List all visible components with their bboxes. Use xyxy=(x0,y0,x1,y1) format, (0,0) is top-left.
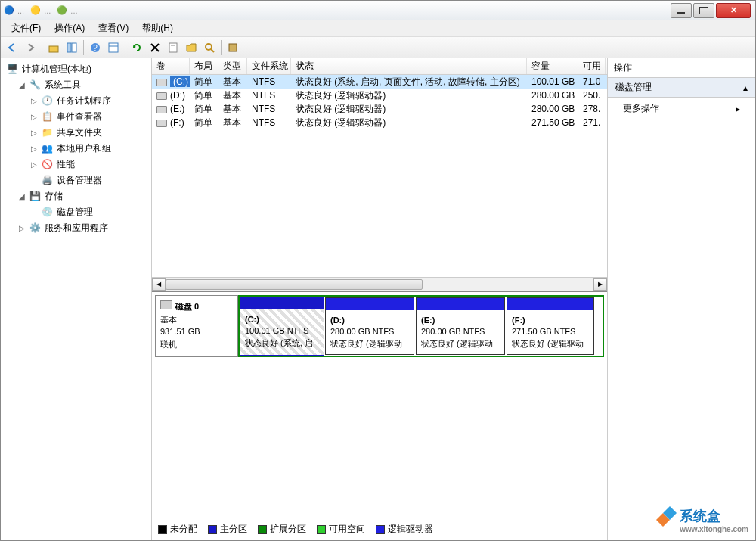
disk-type: 基本 xyxy=(160,313,233,326)
expand-icon[interactable]: ▷ xyxy=(19,224,26,232)
svg-point-9 xyxy=(206,44,212,50)
show-hide-tree-button[interactable] xyxy=(64,39,80,56)
scroll-thumb[interactable] xyxy=(166,279,423,290)
col-layout[interactable]: 布局 xyxy=(190,58,218,74)
partition-f[interactable]: (F:) 271.50 GB NTFS 状态良好 (逻辑驱动 xyxy=(507,297,594,355)
folder-icon[interactable] xyxy=(183,39,200,56)
tree-scheduler[interactable]: ▷🕐任务计划程序 xyxy=(28,93,148,109)
expand-icon[interactable]: ▷ xyxy=(31,145,39,153)
collapse-icon[interactable]: ◢ xyxy=(19,81,26,89)
tab-item[interactable]: 🟢 ... xyxy=(57,5,77,15)
col-fs[interactable]: 文件系统 xyxy=(247,58,291,74)
properties-icon[interactable] xyxy=(165,39,181,56)
tools-icon: 🔧 xyxy=(29,79,42,92)
disk-row[interactable]: 磁盘 0 基本 931.51 GB 联机 (C:) 100.01 GB NTFS… xyxy=(155,295,604,357)
scroll-left-button[interactable]: ◀ xyxy=(152,278,166,291)
tree-label: 任务计划程序 xyxy=(57,95,111,107)
tab-item[interactable]: 🔵 ... xyxy=(4,5,24,15)
svg-rect-2 xyxy=(72,43,76,52)
col-status[interactable]: 状态 xyxy=(291,58,527,74)
minimize-button[interactable] xyxy=(671,3,692,18)
partition-e[interactable]: (E:) 280.00 GB NTFS 状态良好 (逻辑驱动 xyxy=(416,297,505,355)
help-button[interactable]: ? xyxy=(87,39,104,56)
forward-button[interactable] xyxy=(22,39,39,56)
delete-icon[interactable] xyxy=(147,39,163,56)
expand-icon[interactable]: ▷ xyxy=(31,113,39,121)
menu-file[interactable]: 文件(F) xyxy=(5,20,47,36)
tree-systools[interactable]: ◢ 🔧 系统工具 xyxy=(16,77,148,93)
device-icon: 🖨️ xyxy=(42,175,54,187)
settings-icon[interactable] xyxy=(225,39,241,56)
svg-rect-7 xyxy=(169,43,177,52)
search-icon[interactable] xyxy=(201,39,218,56)
view-button[interactable] xyxy=(105,39,122,56)
chevron-right-icon: ▸ xyxy=(736,104,740,114)
svg-rect-0 xyxy=(49,46,58,52)
partition-d[interactable]: (D:) 280.00 GB NTFS 状态良好 (逻辑驱动 xyxy=(325,297,414,355)
actions-section[interactable]: 磁盘管理 ▴ xyxy=(608,78,755,98)
horizontal-scrollbar[interactable]: ◀ ▶ xyxy=(152,277,607,291)
partition-label: (C:) xyxy=(245,315,259,324)
col-free[interactable]: 可用 xyxy=(578,58,606,74)
col-type[interactable]: 类型 xyxy=(218,58,247,74)
tree-services[interactable]: ▷⚙️服务和应用程序 xyxy=(16,220,148,236)
menu-help[interactable]: 帮助(H) xyxy=(136,20,179,36)
table-row[interactable]: (F:) 简单 基本 NTFS 状态良好 (逻辑驱动器) 271.50 GB 2… xyxy=(152,116,607,129)
users-icon: 👥 xyxy=(42,143,54,155)
collapse-icon[interactable]: ◢ xyxy=(19,192,26,201)
tree-label: 服务和应用程序 xyxy=(45,222,108,235)
watermark-url: www.xitonghe.com xyxy=(680,525,748,533)
tree-diskmgmt[interactable]: 💿磁盘管理 xyxy=(28,204,148,220)
expand-icon[interactable]: ▷ xyxy=(31,97,39,105)
watermark-brand: 系统盒 xyxy=(680,508,720,524)
tree-label: 存储 xyxy=(45,190,63,203)
tree-eventviewer[interactable]: ▷📋事件查看器 xyxy=(28,109,148,125)
watermark: 系统盒 www.xitonghe.com xyxy=(649,506,748,533)
menu-view[interactable]: 查看(V) xyxy=(92,20,135,36)
tab-item[interactable]: 🟡 ... xyxy=(30,5,51,15)
svg-text:?: ? xyxy=(93,44,98,52)
svg-rect-1 xyxy=(67,43,71,52)
tree-label: 磁盘管理 xyxy=(57,206,93,219)
expand-icon[interactable]: ▷ xyxy=(31,129,39,137)
navigation-tree[interactable]: 🖥️ 计算机管理(本地) ◢ 🔧 系统工具 ▷🕐任务计划程序 ▷📋事件查看器 ▷… xyxy=(1,58,152,540)
partition-status: 状态良好 (逻辑驱动 xyxy=(512,339,584,348)
center-panel: 卷 布局 类型 文件系统 状态 容量 可用 (C:) 简单 基本 NTFS 状态… xyxy=(152,58,608,540)
table-row[interactable]: (C:) 简单 基本 NTFS 状态良好 (系统, 启动, 页面文件, 活动, … xyxy=(152,75,607,89)
up-button[interactable] xyxy=(45,39,62,56)
drive-icon xyxy=(156,92,167,100)
col-volume[interactable]: 卷 xyxy=(152,58,190,74)
menu-action[interactable]: 操作(A) xyxy=(48,20,91,36)
browser-tabs: 🔵 ... 🟡 ... 🟢 ... xyxy=(1,1,755,20)
legend: 未分配 主分区 扩展分区 可用空间 逻辑驱动器 xyxy=(152,518,607,540)
col-capacity[interactable]: 容量 xyxy=(527,58,578,74)
maximize-button[interactable] xyxy=(693,3,714,18)
partition-c[interactable]: (C:) 100.01 GB NTFS 状态良好 (系统, 启 xyxy=(240,297,324,356)
volume-list[interactable]: 卷 布局 类型 文件系统 状态 容量 可用 (C:) 简单 基本 NTFS 状态… xyxy=(152,58,607,277)
tree-devmgr[interactable]: 🖨️设备管理器 xyxy=(28,173,148,188)
volume-label: (D:) xyxy=(170,90,185,101)
tree-users[interactable]: ▷👥本地用户和组 xyxy=(28,141,148,157)
refresh-button[interactable] xyxy=(129,39,145,56)
cell-cap: 100.01 GB xyxy=(527,75,578,89)
actions-more[interactable]: 更多操作 ▸ xyxy=(608,98,755,120)
scroll-right-button[interactable]: ▶ xyxy=(593,278,607,291)
partition-status: 状态良好 (逻辑驱动 xyxy=(330,339,402,348)
collapse-icon[interactable]: ▴ xyxy=(743,82,748,93)
svg-line-10 xyxy=(211,49,214,52)
scroll-track[interactable] xyxy=(166,278,593,291)
tree-shared[interactable]: ▷📁共享文件夹 xyxy=(28,125,148,141)
back-button[interactable] xyxy=(4,39,20,56)
table-row[interactable]: (D:) 简单 基本 NTFS 状态良好 (逻辑驱动器) 280.00 GB 2… xyxy=(152,89,607,102)
legend-extended: 扩展分区 xyxy=(258,523,306,536)
services-icon: ⚙️ xyxy=(29,222,42,235)
tree-perf[interactable]: ▷🚫性能 xyxy=(28,157,148,173)
close-button[interactable] xyxy=(716,3,751,18)
table-row[interactable]: (E:) 简单 基本 NTFS 状态良好 (逻辑驱动器) 280.00 GB 2… xyxy=(152,102,607,116)
disk-info[interactable]: 磁盘 0 基本 931.51 GB 联机 xyxy=(155,295,238,357)
tree-label: 系统工具 xyxy=(45,79,81,92)
expand-icon[interactable]: ▷ xyxy=(31,160,39,169)
tree-storage[interactable]: ◢ 💾 存储 xyxy=(16,188,148,204)
tree-root[interactable]: 🖥️ 计算机管理(本地) xyxy=(4,61,148,77)
svg-rect-5 xyxy=(109,43,118,52)
